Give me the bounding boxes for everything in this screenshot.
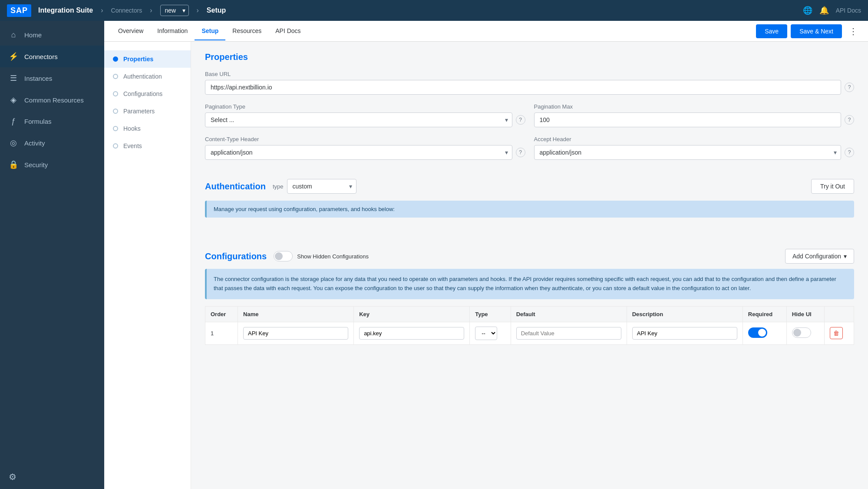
col-required: Required: [743, 306, 786, 322]
step-dot-events: [113, 143, 118, 149]
pagination-row: Pagination Type Select ... ▾ ?: [205, 103, 854, 127]
config-header: Configurations Show Hidden Configuration…: [205, 249, 854, 264]
common-resources-icon: ◈: [9, 95, 18, 105]
tab-api-docs[interactable]: API Docs: [268, 22, 307, 40]
delete-button[interactable]: 🗑: [830, 327, 843, 339]
step-label-configurations: Configurations: [123, 90, 162, 97]
accept-header-col: Accept Header application/json ▾ ?: [534, 136, 855, 160]
tab-overview[interactable]: Overview: [111, 22, 150, 40]
toggle-label: Show Hidden Configurations: [297, 253, 369, 260]
content-type-label: Content-Type Header: [205, 136, 525, 142]
col-key: Key: [354, 306, 470, 322]
pagination-max-label: Pagination Max: [534, 103, 855, 110]
content-type-help-icon[interactable]: ?: [516, 148, 525, 157]
auth-actions: Try it Out: [811, 179, 854, 194]
auth-type-select[interactable]: custom: [287, 179, 356, 194]
breadcrumb-dropdown[interactable]: new: [160, 5, 189, 16]
auth-title: Authentication: [205, 182, 266, 192]
more-options-icon[interactable]: ⋮: [845, 24, 861, 38]
globe-icon[interactable]: 🌐: [803, 6, 812, 15]
sidebar-item-formulas[interactable]: ƒ Formulas: [0, 111, 104, 132]
try-it-out-button[interactable]: Try it Out: [811, 179, 854, 194]
sidebar-label-home: Home: [24, 31, 42, 39]
connectors-icon: ⚡: [9, 52, 18, 61]
sidebar-label-connectors: Connectors: [24, 53, 58, 60]
config-table-header-row: Order Name Key Type Default Description …: [205, 306, 854, 322]
cell-required[interactable]: [743, 322, 786, 344]
step-label-authentication: Authentication: [123, 73, 162, 80]
pagination-max-wrap: ?: [534, 112, 855, 127]
cell-name: [238, 322, 354, 344]
content-type-select[interactable]: application/json: [205, 145, 512, 160]
step-hooks[interactable]: Hooks: [104, 120, 191, 137]
required-toggle[interactable]: [748, 327, 767, 338]
sap-logo: SAP: [7, 4, 31, 17]
bell-icon[interactable]: 🔔: [819, 6, 829, 15]
pagination-max-help-icon[interactable]: ?: [845, 115, 854, 125]
config-title: Configurations: [205, 251, 267, 261]
api-docs-link[interactable]: API Docs: [836, 7, 861, 14]
pagination-type-help-icon[interactable]: ?: [516, 115, 525, 125]
pagination-max-input[interactable]: [534, 112, 842, 127]
sidebar-item-connectors[interactable]: ⚡ Connectors: [0, 46, 104, 67]
cell-key: [354, 322, 470, 344]
properties-section: Properties Base URL ? Pagination Type: [205, 52, 854, 160]
auth-type-label: type: [273, 183, 284, 190]
description-input[interactable]: [632, 327, 737, 340]
breadcrumb-sep-1: ›: [101, 7, 103, 14]
step-properties[interactable]: Properties: [104, 50, 191, 68]
type-select[interactable]: --: [475, 327, 497, 340]
sidebar-bottom: ⚙: [0, 465, 104, 489]
headers-row: Content-Type Header application/json ▾ ?: [205, 136, 854, 160]
base-url-group: Base URL ?: [205, 71, 854, 95]
add-configuration-button[interactable]: Add Configuration ▾: [785, 249, 854, 264]
activity-icon: ◎: [9, 138, 18, 148]
tab-actions: Save Save & Next ⋮: [756, 24, 861, 38]
save-next-button[interactable]: Save & Next: [791, 24, 842, 38]
settings-icon[interactable]: ⚙: [9, 472, 17, 482]
base-url-label: Base URL: [205, 71, 854, 77]
tab-bar: Overview Information Setup Resources API…: [104, 21, 868, 42]
breadcrumb-connectors[interactable]: Connectors: [111, 7, 142, 14]
authentication-section: Authentication type custom ▾ Try it: [205, 179, 854, 218]
pagination-type-select[interactable]: Select ...: [205, 112, 512, 127]
hide-ui-toggle[interactable]: [792, 327, 811, 338]
col-actions: [824, 306, 854, 322]
step-authentication[interactable]: Authentication: [104, 68, 191, 85]
content-type-wrap: application/json ▾ ?: [205, 145, 525, 160]
sidebar-item-security[interactable]: 🔒 Security: [0, 154, 104, 175]
pagination-type-label: Pagination Type: [205, 103, 525, 110]
accept-header-select[interactable]: application/json: [534, 145, 842, 160]
base-url-input[interactable]: [205, 80, 841, 95]
toggle-knob: [275, 252, 283, 260]
show-hidden-toggle[interactable]: [274, 251, 293, 261]
name-input[interactable]: [243, 327, 348, 340]
sidebar-item-common-resources[interactable]: ◈ Common Resources: [0, 89, 104, 111]
key-input[interactable]: [359, 327, 464, 340]
cell-order: 1: [205, 322, 238, 344]
step-dot-configurations: [113, 91, 118, 96]
save-button[interactable]: Save: [756, 24, 787, 38]
tab-setup[interactable]: Setup: [195, 22, 225, 40]
step-label-events: Events: [123, 142, 142, 149]
auth-type-select-wrap: custom ▾: [287, 179, 356, 194]
cell-hide-ui[interactable]: [786, 322, 824, 344]
default-input[interactable]: [516, 327, 621, 340]
base-url-help-icon[interactable]: ?: [845, 83, 854, 92]
sidebar-item-activity[interactable]: ◎ Activity: [0, 132, 104, 154]
instances-icon: ☰: [9, 73, 18, 83]
add-config-chevron-icon: ▾: [844, 253, 847, 260]
breadcrumb-dropdown-wrap[interactable]: new ▾: [160, 5, 189, 16]
step-parameters[interactable]: Parameters: [104, 102, 191, 120]
step-events[interactable]: Events: [104, 137, 191, 155]
step-configurations[interactable]: Configurations: [104, 85, 191, 102]
tab-information[interactable]: Information: [150, 22, 195, 40]
sidebar-label-common-resources: Common Resources: [24, 96, 84, 104]
sidebar-label-instances: Instances: [24, 75, 52, 82]
sidebar-item-home[interactable]: ⌂ Home: [0, 24, 104, 46]
tab-resources[interactable]: Resources: [225, 22, 268, 40]
accept-header-help-icon[interactable]: ?: [845, 148, 854, 157]
pagination-type-wrap: Select ... ▾ ?: [205, 112, 525, 127]
auth-header: Authentication type custom ▾ Try it: [205, 179, 854, 194]
sidebar-item-instances[interactable]: ☰ Instances: [0, 67, 104, 89]
